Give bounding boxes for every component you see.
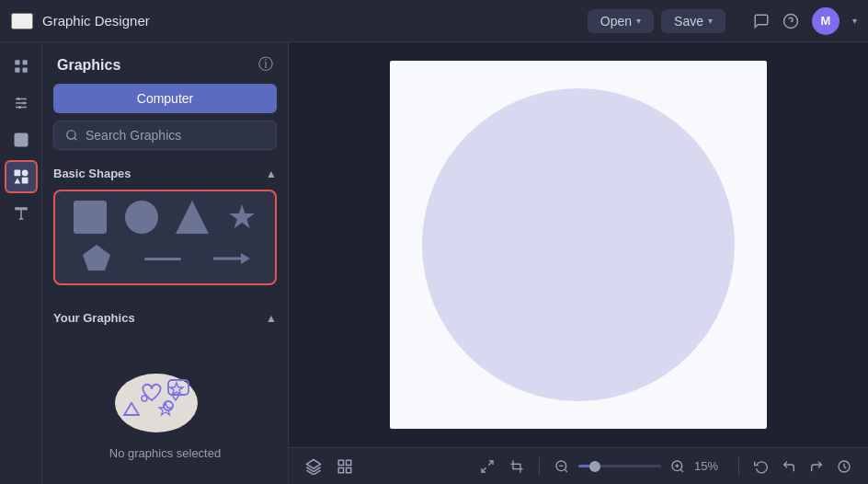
svg-line-41 xyxy=(565,469,567,472)
basic-shapes-chevron-icon: ▲ xyxy=(266,167,277,180)
sidebar-item-sliders[interactable] xyxy=(5,86,38,120)
svg-rect-3 xyxy=(22,60,27,64)
layers-button[interactable] xyxy=(302,455,326,478)
svg-marker-17 xyxy=(14,179,20,184)
svg-rect-2 xyxy=(15,60,19,64)
shape-square-item[interactable] xyxy=(74,201,107,234)
panel-header: Graphics ⓘ xyxy=(42,42,288,84)
search-graphics-label: Search Graphics xyxy=(86,128,181,143)
header-actions: Open ▾ Save ▾ xyxy=(588,9,725,33)
circle-shape xyxy=(125,201,158,234)
panel-title: Graphics xyxy=(57,57,120,74)
your-graphics-title: Your Graphics xyxy=(53,311,135,325)
basic-shapes-title: Basic Shapes xyxy=(53,167,131,180)
app-title: Graphic Designer xyxy=(42,13,578,29)
svg-rect-18 xyxy=(21,178,28,184)
avatar-chevron-icon[interactable]: ▾ xyxy=(852,16,857,26)
square-shape xyxy=(74,201,107,234)
info-icon[interactable]: ⓘ xyxy=(258,55,273,75)
history-button[interactable] xyxy=(833,455,855,478)
menu-button[interactable] xyxy=(11,13,33,29)
svg-point-9 xyxy=(17,98,19,100)
shapes-row-1: ★ xyxy=(64,201,266,234)
svg-rect-33 xyxy=(338,460,343,465)
undo-button[interactable] xyxy=(778,455,800,478)
svg-point-16 xyxy=(21,170,28,177)
basic-shapes-box: ★ xyxy=(53,190,277,285)
basic-shapes-header[interactable]: Basic Shapes ▲ xyxy=(53,163,277,190)
shape-arrow-item[interactable] xyxy=(213,250,250,267)
avatar[interactable]: M xyxy=(812,7,839,35)
pentagon-shape xyxy=(81,243,112,274)
main-layout: Graphics ⓘ Computer Search Graphics Basi… xyxy=(0,42,868,484)
line-shape xyxy=(144,258,181,260)
no-graphics-text: No graphics selected xyxy=(109,446,221,460)
open-chevron-icon: ▾ xyxy=(636,16,641,26)
svg-marker-25 xyxy=(241,253,250,264)
open-button[interactable]: Open ▾ xyxy=(588,9,654,33)
shape-triangle-item[interactable] xyxy=(176,201,209,234)
your-graphics-chevron-icon: ▲ xyxy=(266,312,277,325)
arrow-shape xyxy=(213,250,250,267)
shapes-section: Basic Shapes ▲ ★ xyxy=(42,163,288,307)
svg-point-10 xyxy=(22,102,25,105)
help-button[interactable] xyxy=(782,13,799,29)
search-icon xyxy=(65,129,78,142)
sidebar-item-graphics[interactable] xyxy=(5,160,38,193)
header-right: M ▾ xyxy=(753,7,857,35)
svg-rect-4 xyxy=(15,68,19,73)
crop-button[interactable] xyxy=(506,455,528,478)
your-graphics-header[interactable]: Your Graphics ▲ xyxy=(53,307,277,334)
redo-button[interactable] xyxy=(805,455,828,478)
panel-sidebar: Graphics ⓘ Computer Search Graphics Basi… xyxy=(42,42,289,484)
search-graphics-button[interactable]: Search Graphics xyxy=(53,121,277,150)
fit-screen-button[interactable] xyxy=(476,455,498,478)
shapes-row-2 xyxy=(64,243,266,274)
reset-button[interactable] xyxy=(750,455,772,478)
sidebar-item-layout[interactable] xyxy=(5,123,38,156)
shape-line-item[interactable] xyxy=(144,258,181,260)
canvas-background xyxy=(390,61,767,429)
toolbar-right-icons xyxy=(750,455,855,478)
sidebar-item-grid[interactable] xyxy=(5,50,38,83)
canvas-area: 15% xyxy=(289,42,868,484)
sidebar-item-text[interactable] xyxy=(5,197,38,230)
save-button[interactable]: Save ▾ xyxy=(661,9,725,33)
svg-rect-36 xyxy=(347,467,351,472)
triangle-shape xyxy=(176,201,209,234)
svg-rect-39 xyxy=(513,464,520,468)
zoom-slider[interactable] xyxy=(578,465,661,467)
svg-line-37 xyxy=(488,461,493,466)
chat-button[interactable] xyxy=(753,13,770,29)
zoom-controls: 15% xyxy=(551,455,727,478)
svg-rect-34 xyxy=(347,460,351,465)
your-graphics-section: Your Graphics ▲ xyxy=(42,307,288,484)
app-header: Graphic Designer Open ▾ Save ▾ M ▾ xyxy=(0,0,868,42)
shape-circle-item[interactable] xyxy=(125,201,158,234)
bottom-toolbar: 15% xyxy=(289,447,868,484)
no-graphics-area: No graphics selected xyxy=(53,334,277,469)
shape-star-item[interactable]: ★ xyxy=(227,201,257,234)
shape-pentagon-item[interactable] xyxy=(81,243,112,274)
zoom-out-button[interactable] xyxy=(551,455,573,478)
canvas-wrapper[interactable] xyxy=(289,42,868,447)
grid-view-button[interactable] xyxy=(333,455,357,478)
svg-line-22 xyxy=(74,138,77,141)
svg-point-11 xyxy=(18,106,21,109)
zoom-in-button[interactable] xyxy=(667,455,689,478)
svg-marker-32 xyxy=(307,459,321,468)
icon-sidebar xyxy=(0,42,42,484)
toolbar-left xyxy=(302,455,357,478)
svg-marker-23 xyxy=(83,245,110,271)
canvas-circle-shape[interactable] xyxy=(422,88,735,401)
zoom-percent-label: 15% xyxy=(694,459,727,473)
svg-line-38 xyxy=(482,467,486,472)
no-graphics-illustration xyxy=(106,352,225,435)
save-chevron-icon: ▾ xyxy=(708,16,713,26)
svg-rect-35 xyxy=(338,467,343,472)
svg-point-21 xyxy=(67,131,75,139)
svg-rect-5 xyxy=(22,68,27,73)
svg-line-44 xyxy=(680,469,683,472)
computer-button[interactable]: Computer xyxy=(53,84,277,113)
star-shape: ★ xyxy=(227,201,257,234)
